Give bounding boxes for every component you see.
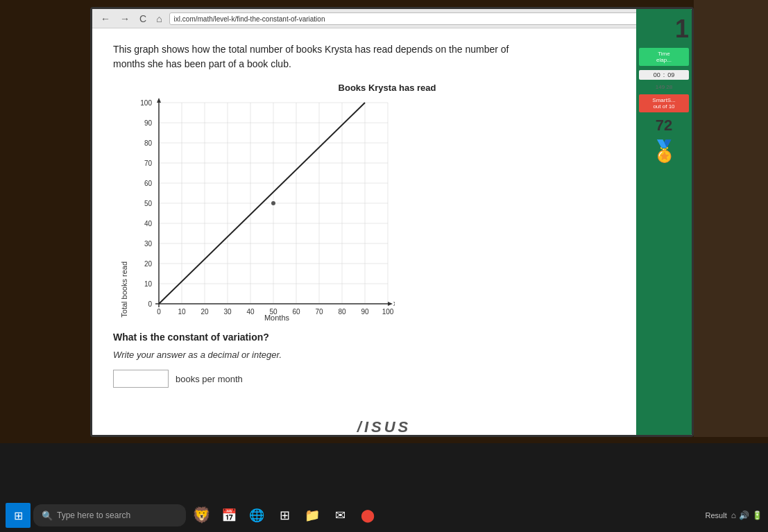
laptop-keyboard-area: /ISUS xyxy=(0,443,768,499)
laptop-left-bezel xyxy=(0,0,90,437)
time-seconds: 09 xyxy=(667,71,674,78)
svg-text:80: 80 xyxy=(338,308,346,316)
browser-screen: ← → C ⌂ ixl.com/math/level-k/find-the-co… xyxy=(90,7,694,437)
svg-text:60: 60 xyxy=(292,308,300,316)
svg-text:x: x xyxy=(393,300,395,307)
time-minutes: 00 xyxy=(654,71,660,78)
answer-input[interactable] xyxy=(113,370,169,388)
svg-text:10: 10 xyxy=(178,308,186,316)
svg-text:0: 0 xyxy=(148,300,152,308)
y-axis-label: Total books read xyxy=(120,261,128,318)
svg-text:100: 100 xyxy=(140,99,152,107)
svg-text:70: 70 xyxy=(144,160,153,167)
svg-text:20: 20 xyxy=(144,260,153,268)
right-panel: 1 Timeelap... 00 : 09 149 28 SmartS...ou… xyxy=(636,9,692,435)
problem-description: This graph shows how the total number of… xyxy=(113,42,585,71)
volume-icon[interactable]: 🔊 xyxy=(739,510,749,520)
svg-text:60: 60 xyxy=(144,180,153,187)
svg-text:90: 90 xyxy=(144,119,153,127)
svg-text:70: 70 xyxy=(315,308,323,316)
refresh-button[interactable]: C xyxy=(137,12,149,26)
svg-text:30: 30 xyxy=(144,240,153,248)
taskbar-icon-chrome[interactable]: ⬤ xyxy=(355,503,380,528)
svg-text:30: 30 xyxy=(223,308,232,316)
system-tray: ⌂ 🔊 🔋 xyxy=(731,510,762,520)
score-number: 72 xyxy=(656,117,672,135)
svg-text:80: 80 xyxy=(144,139,153,147)
smart-score-box: SmartS...out of 10 xyxy=(639,94,689,112)
svg-text:50: 50 xyxy=(144,200,153,207)
svg-text:10: 10 xyxy=(144,280,153,288)
medal-icon: 🏅 xyxy=(651,139,677,163)
question-number: 1 xyxy=(639,15,689,44)
answer-instruction: Write your answer as a decimal or intege… xyxy=(113,350,620,360)
time-display: 00 : 09 xyxy=(639,70,689,80)
timer-box: Timeelap... xyxy=(639,48,689,66)
svg-text:20: 20 xyxy=(200,308,209,316)
forward-button[interactable]: → xyxy=(117,12,133,26)
graph-svg: 100 90 80 70 60 50 40 30 20 10 0 0 10 20… xyxy=(131,96,395,318)
answer-row: books per month xyxy=(113,370,620,388)
taskbar: ⊞ 🔍 Type here to search 🦁 📅 🌐 ⊞ 📁 ✉ ⬤ Re… xyxy=(0,499,768,532)
network-icon[interactable]: ⌂ xyxy=(731,510,736,520)
graph-area: 100 90 80 70 60 50 40 30 20 10 0 0 10 20… xyxy=(131,96,395,318)
taskbar-icon-edge[interactable]: 🌐 xyxy=(244,503,269,528)
url-bar[interactable]: ixl.com/math/level-k/find-the-constant-o… xyxy=(169,12,686,25)
home-button[interactable]: ⌂ xyxy=(153,12,164,26)
svg-marker-23 xyxy=(157,98,161,103)
start-button[interactable]: ⊞ xyxy=(6,503,31,528)
graph-title: Books Krysta has read xyxy=(155,83,620,93)
taskbar-search-box[interactable]: 🔍 Type here to search xyxy=(33,504,186,526)
svg-text:0: 0 xyxy=(157,308,161,316)
browser-chrome: ← → C ⌂ ixl.com/math/level-k/find-the-co… xyxy=(92,9,692,28)
battery-icon[interactable]: 🔋 xyxy=(752,510,762,520)
taskbar-right-area: Result ⌂ 🔊 🔋 xyxy=(706,510,762,520)
taskbar-icon-apps[interactable]: ⊞ xyxy=(272,503,297,528)
svg-point-50 xyxy=(271,201,275,205)
answer-unit: books per month xyxy=(176,374,243,384)
main-content: This graph shows how the total number of… xyxy=(92,28,640,437)
smart-score-label: SmartS...out of 10 xyxy=(652,97,675,110)
svg-text:40: 40 xyxy=(144,220,153,228)
taskbar-icon-files[interactable]: 📁 xyxy=(300,503,325,528)
asus-logo: /ISUS xyxy=(357,418,411,436)
search-icon: 🔍 xyxy=(42,510,53,521)
time-ms: 149 28 xyxy=(656,84,673,90)
svg-text:100: 100 xyxy=(382,308,394,316)
taskbar-result-label: Result xyxy=(706,511,727,520)
svg-text:40: 40 xyxy=(246,308,255,316)
timer-label: Timeelap... xyxy=(656,51,672,63)
svg-text:90: 90 xyxy=(361,308,369,316)
back-button[interactable]: ← xyxy=(98,12,113,26)
graph-container: Total books read xyxy=(120,96,620,318)
search-placeholder-text: Type here to search xyxy=(57,510,130,520)
laptop-right-bezel xyxy=(694,0,768,437)
taskbar-icon-mail[interactable]: ✉ xyxy=(327,503,352,528)
taskbar-icon-calendar[interactable]: 📅 xyxy=(216,503,241,528)
question-text: What is the constant of variation? xyxy=(113,332,620,343)
taskbar-icon-sphinx[interactable]: 🦁 xyxy=(189,503,214,528)
svg-marker-25 xyxy=(388,302,393,306)
